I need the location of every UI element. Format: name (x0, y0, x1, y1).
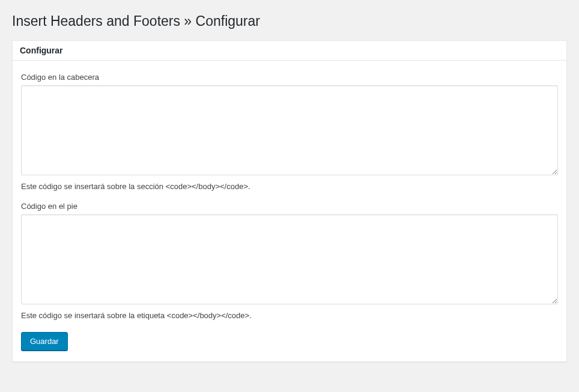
panel-heading: Configurar (20, 46, 559, 55)
header-code-label: Código en la cabecera (21, 73, 558, 82)
panel-header: Configurar (13, 41, 566, 61)
save-button[interactable]: Guardar (21, 332, 68, 351)
page-title: Insert Headers and Footers » Configurar (12, 13, 567, 29)
header-code-field: Código en la cabecera Este código se ins… (21, 73, 558, 191)
footer-code-field: Código en el pie Este código se insertar… (21, 202, 558, 320)
footer-code-label: Código en el pie (21, 202, 558, 211)
footer-code-description: Este código se insertará sobre la etique… (21, 311, 558, 320)
panel-body: Código en la cabecera Este código se ins… (13, 61, 566, 361)
footer-code-textarea[interactable] (21, 214, 558, 304)
header-code-textarea[interactable] (21, 85, 558, 175)
settings-panel: Configurar Código en la cabecera Este có… (12, 40, 567, 362)
header-code-description: Este código se insertará sobre la secció… (21, 182, 558, 191)
